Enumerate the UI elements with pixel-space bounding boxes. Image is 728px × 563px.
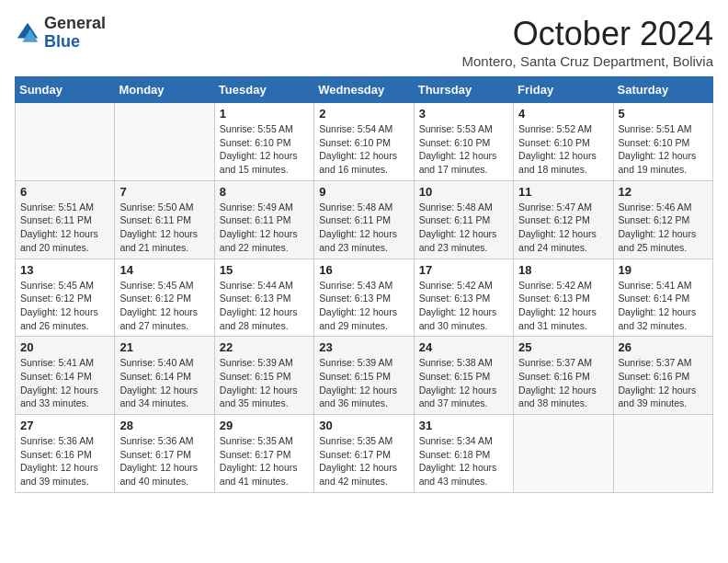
day-number: 26 — [619, 340, 708, 354]
day-info: Sunrise: 5:45 AM Sunset: 6:12 PM Dayligh… — [20, 279, 109, 333]
day-info: Sunrise: 5:36 AM Sunset: 6:17 PM Dayligh… — [119, 434, 209, 488]
day-info: Sunrise: 5:42 AM Sunset: 6:13 PM Dayligh… — [518, 279, 608, 333]
day-info: Sunrise: 5:36 AM Sunset: 6:16 PM Dayligh… — [20, 434, 109, 488]
calendar-cell: 18Sunrise: 5:42 AM Sunset: 6:13 PM Dayli… — [514, 259, 613, 337]
calendar-table: SundayMondayTuesdayWednesdayThursdayFrid… — [15, 76, 713, 493]
day-info: Sunrise: 5:42 AM Sunset: 6:13 PM Dayligh… — [419, 279, 508, 333]
calendar-cell: 26Sunrise: 5:37 AM Sunset: 6:16 PM Dayli… — [613, 337, 712, 415]
calendar-cell: 25Sunrise: 5:37 AM Sunset: 6:16 PM Dayli… — [514, 337, 613, 415]
title-area: October 2024 Montero, Santa Cruz Departm… — [462, 15, 713, 69]
day-info: Sunrise: 5:37 AM Sunset: 6:16 PM Dayligh… — [518, 356, 608, 410]
day-info: Sunrise: 5:48 AM Sunset: 6:11 PM Dayligh… — [319, 201, 408, 255]
day-info: Sunrise: 5:34 AM Sunset: 6:18 PM Dayligh… — [419, 434, 508, 488]
day-info: Sunrise: 5:39 AM Sunset: 6:15 PM Dayligh… — [220, 356, 309, 410]
day-info: Sunrise: 5:43 AM Sunset: 6:13 PM Dayligh… — [319, 279, 408, 333]
calendar-week-1: 1Sunrise: 5:55 AM Sunset: 6:10 PM Daylig… — [16, 103, 713, 181]
day-number: 10 — [419, 185, 508, 199]
logo: General Blue — [15, 15, 106, 52]
calendar-cell — [16, 103, 115, 181]
day-number: 20 — [20, 340, 109, 354]
calendar-cell: 19Sunrise: 5:41 AM Sunset: 6:14 PM Dayli… — [613, 259, 712, 337]
day-number: 8 — [220, 185, 309, 199]
calendar-cell: 4Sunrise: 5:52 AM Sunset: 6:10 PM Daylig… — [514, 103, 613, 181]
day-number: 23 — [319, 340, 408, 354]
day-info: Sunrise: 5:46 AM Sunset: 6:12 PM Dayligh… — [619, 201, 708, 255]
calendar-cell — [514, 415, 613, 493]
calendar-cell: 30Sunrise: 5:35 AM Sunset: 6:17 PM Dayli… — [314, 415, 414, 493]
day-info: Sunrise: 5:35 AM Sunset: 6:17 PM Dayligh… — [319, 434, 408, 488]
calendar-cell: 1Sunrise: 5:55 AM Sunset: 6:10 PM Daylig… — [214, 103, 313, 181]
calendar-body: 1Sunrise: 5:55 AM Sunset: 6:10 PM Daylig… — [16, 103, 713, 493]
calendar-cell: 15Sunrise: 5:44 AM Sunset: 6:13 PM Dayli… — [214, 259, 313, 337]
day-of-week-friday: Friday — [514, 77, 613, 103]
calendar-cell: 3Sunrise: 5:53 AM Sunset: 6:10 PM Daylig… — [414, 103, 513, 181]
day-of-week-monday: Monday — [115, 77, 214, 103]
calendar-cell: 13Sunrise: 5:45 AM Sunset: 6:12 PM Dayli… — [16, 259, 115, 337]
calendar-cell: 29Sunrise: 5:35 AM Sunset: 6:17 PM Dayli… — [214, 415, 313, 493]
day-info: Sunrise: 5:39 AM Sunset: 6:15 PM Dayligh… — [319, 356, 408, 410]
logo-icon — [15, 20, 40, 46]
day-info: Sunrise: 5:41 AM Sunset: 6:14 PM Dayligh… — [619, 279, 708, 333]
day-number: 21 — [119, 340, 209, 354]
day-number: 9 — [319, 185, 408, 199]
day-of-week-sunday: Sunday — [16, 77, 115, 103]
calendar-cell: 21Sunrise: 5:40 AM Sunset: 6:14 PM Dayli… — [115, 337, 214, 415]
calendar-cell: 14Sunrise: 5:45 AM Sunset: 6:12 PM Dayli… — [115, 259, 214, 337]
days-of-week-row: SundayMondayTuesdayWednesdayThursdayFrid… — [16, 77, 713, 103]
calendar-cell — [613, 415, 712, 493]
day-number: 24 — [419, 340, 508, 354]
calendar-cell: 20Sunrise: 5:41 AM Sunset: 6:14 PM Dayli… — [16, 337, 115, 415]
day-info: Sunrise: 5:45 AM Sunset: 6:12 PM Dayligh… — [119, 279, 209, 333]
calendar-cell: 31Sunrise: 5:34 AM Sunset: 6:18 PM Dayli… — [414, 415, 513, 493]
day-of-week-thursday: Thursday — [414, 77, 513, 103]
day-number: 12 — [619, 185, 708, 199]
calendar-cell: 8Sunrise: 5:49 AM Sunset: 6:11 PM Daylig… — [214, 180, 313, 259]
day-number: 7 — [119, 185, 209, 199]
calendar-week-5: 27Sunrise: 5:36 AM Sunset: 6:16 PM Dayli… — [16, 415, 713, 493]
day-of-week-tuesday: Tuesday — [214, 77, 313, 103]
day-info: Sunrise: 5:50 AM Sunset: 6:11 PM Dayligh… — [119, 201, 209, 255]
calendar-cell: 23Sunrise: 5:39 AM Sunset: 6:15 PM Dayli… — [314, 337, 414, 415]
logo-blue: Blue — [44, 32, 80, 51]
calendar-header: SundayMondayTuesdayWednesdayThursdayFrid… — [16, 77, 713, 103]
day-number: 14 — [119, 263, 209, 277]
day-number: 27 — [20, 419, 109, 432]
calendar-cell: 6Sunrise: 5:51 AM Sunset: 6:11 PM Daylig… — [16, 180, 115, 259]
day-number: 18 — [518, 263, 608, 277]
day-info: Sunrise: 5:49 AM Sunset: 6:11 PM Dayligh… — [220, 201, 309, 255]
day-number: 11 — [518, 185, 608, 199]
day-number: 28 — [119, 419, 209, 432]
calendar-cell: 7Sunrise: 5:50 AM Sunset: 6:11 PM Daylig… — [115, 180, 214, 259]
day-number: 13 — [20, 263, 109, 277]
day-number: 25 — [518, 340, 608, 354]
day-info: Sunrise: 5:37 AM Sunset: 6:16 PM Dayligh… — [619, 356, 708, 410]
day-number: 1 — [220, 107, 309, 121]
day-info: Sunrise: 5:38 AM Sunset: 6:15 PM Dayligh… — [419, 356, 508, 410]
day-number: 3 — [419, 107, 508, 121]
calendar-cell: 12Sunrise: 5:46 AM Sunset: 6:12 PM Dayli… — [613, 180, 712, 259]
day-number: 29 — [220, 419, 309, 432]
day-number: 2 — [319, 107, 408, 121]
day-info: Sunrise: 5:48 AM Sunset: 6:11 PM Dayligh… — [419, 201, 508, 255]
day-info: Sunrise: 5:51 AM Sunset: 6:11 PM Dayligh… — [20, 201, 109, 255]
day-info: Sunrise: 5:44 AM Sunset: 6:13 PM Dayligh… — [220, 279, 309, 333]
day-info: Sunrise: 5:47 AM Sunset: 6:12 PM Dayligh… — [518, 201, 608, 255]
day-info: Sunrise: 5:51 AM Sunset: 6:10 PM Dayligh… — [619, 122, 708, 177]
calendar-week-3: 13Sunrise: 5:45 AM Sunset: 6:12 PM Dayli… — [16, 259, 713, 337]
day-info: Sunrise: 5:35 AM Sunset: 6:17 PM Dayligh… — [220, 434, 309, 488]
day-number: 6 — [20, 185, 109, 199]
calendar-cell: 17Sunrise: 5:42 AM Sunset: 6:13 PM Dayli… — [414, 259, 513, 337]
day-of-week-wednesday: Wednesday — [314, 77, 414, 103]
day-info: Sunrise: 5:54 AM Sunset: 6:10 PM Dayligh… — [319, 122, 408, 177]
logo-general: General — [44, 14, 106, 32]
day-number: 19 — [619, 263, 708, 277]
calendar-cell: 5Sunrise: 5:51 AM Sunset: 6:10 PM Daylig… — [613, 103, 712, 181]
calendar-cell: 10Sunrise: 5:48 AM Sunset: 6:11 PM Dayli… — [414, 180, 513, 259]
day-number: 31 — [419, 419, 508, 432]
calendar-cell: 27Sunrise: 5:36 AM Sunset: 6:16 PM Dayli… — [16, 415, 115, 493]
day-info: Sunrise: 5:52 AM Sunset: 6:10 PM Dayligh… — [518, 122, 608, 177]
day-number: 16 — [319, 263, 408, 277]
month-title: October 2024 — [462, 15, 713, 53]
calendar-cell: 2Sunrise: 5:54 AM Sunset: 6:10 PM Daylig… — [314, 103, 414, 181]
day-info: Sunrise: 5:40 AM Sunset: 6:14 PM Dayligh… — [119, 356, 209, 410]
